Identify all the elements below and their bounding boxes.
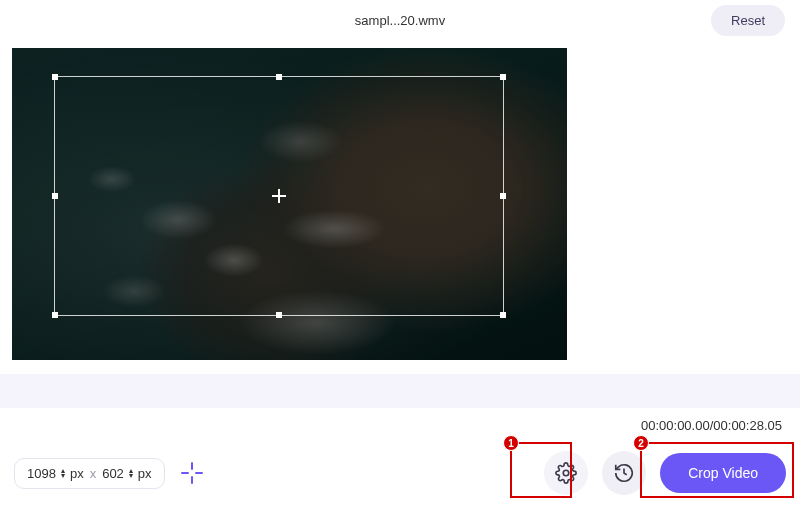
center-crop-button[interactable] bbox=[175, 456, 209, 490]
callout-badge-1: 1 bbox=[503, 435, 519, 451]
width-stepper[interactable]: ▴ ▾ bbox=[61, 468, 65, 478]
reset-button[interactable]: Reset bbox=[711, 5, 785, 36]
timecode-display: 00:00:00.00/00:00:28.05 bbox=[641, 418, 782, 433]
center-align-icon bbox=[180, 461, 204, 485]
crop-center-crosshair-icon[interactable] bbox=[272, 189, 286, 203]
height-unit: px bbox=[138, 466, 152, 481]
width-value: 1098 bbox=[27, 466, 56, 481]
height-value: 602 bbox=[102, 466, 124, 481]
crop-handle-bottom-left[interactable] bbox=[52, 312, 58, 318]
video-canvas-area bbox=[0, 40, 800, 378]
filename-label: sampl...20.wmv bbox=[355, 13, 445, 28]
callout-annotation-1: 1 bbox=[510, 442, 572, 498]
crop-handle-middle-right[interactable] bbox=[500, 193, 506, 199]
caret-down-icon[interactable]: ▾ bbox=[129, 473, 133, 478]
width-unit: px bbox=[70, 466, 84, 481]
crop-rectangle[interactable] bbox=[54, 76, 504, 316]
separator-band bbox=[0, 374, 800, 408]
crop-handle-middle-left[interactable] bbox=[52, 193, 58, 199]
crop-handle-top-right[interactable] bbox=[500, 74, 506, 80]
header-bar: sampl...20.wmv Reset bbox=[0, 0, 800, 40]
dimension-separator: x bbox=[90, 466, 97, 481]
history-icon bbox=[613, 462, 635, 484]
dimensions-input-group: 1098 ▴ ▾ px x 602 ▴ ▾ px bbox=[14, 458, 165, 489]
crop-handle-bottom-right[interactable] bbox=[500, 312, 506, 318]
callout-badge-2: 2 bbox=[633, 435, 649, 451]
crop-handle-top-left[interactable] bbox=[52, 74, 58, 80]
height-stepper[interactable]: ▴ ▾ bbox=[129, 468, 133, 478]
timecode-duration: 00:00:28.05 bbox=[713, 418, 782, 433]
crop-handle-bottom-middle[interactable] bbox=[276, 312, 282, 318]
callout-annotation-2: 2 bbox=[640, 442, 794, 498]
caret-down-icon[interactable]: ▾ bbox=[61, 473, 65, 478]
width-control[interactable]: 1098 ▴ ▾ px bbox=[27, 466, 84, 481]
height-control[interactable]: 602 ▴ ▾ px bbox=[102, 466, 151, 481]
crop-handle-top-middle[interactable] bbox=[276, 74, 282, 80]
video-preview[interactable] bbox=[12, 48, 567, 360]
timecode-current: 00:00:00.00 bbox=[641, 418, 710, 433]
